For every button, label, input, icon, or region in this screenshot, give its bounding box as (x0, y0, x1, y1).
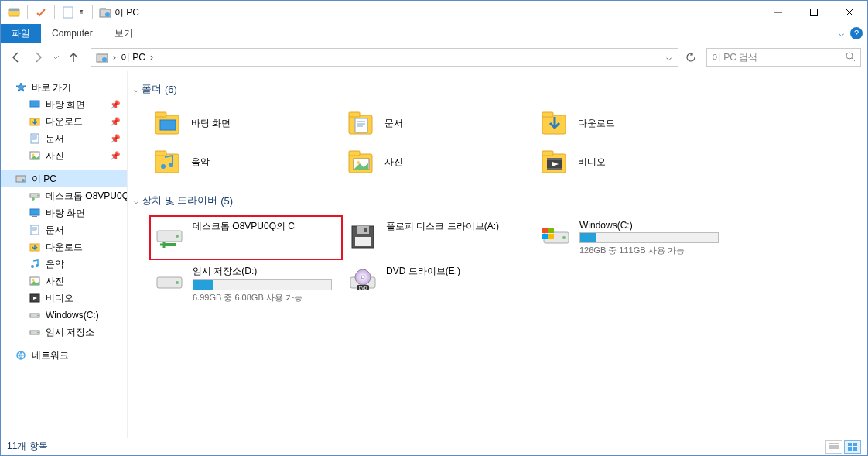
tree-label: 사진 (46, 149, 64, 163)
group-header-drives[interactable]: ⌵ 장치 및 드라이버(5) (134, 190, 861, 211)
pin-icon: 📌 (110, 117, 121, 127)
documents-icon (29, 224, 41, 236)
properties-qat-icon[interactable] (32, 4, 50, 21)
pin-icon: 📌 (110, 134, 121, 144)
qat-dropdown-icon[interactable] (78, 4, 87, 21)
details-view-button[interactable] (825, 440, 842, 454)
svg-point-30 (37, 315, 39, 317)
tree-label: 바로 가기 (32, 81, 71, 94)
tree-quick-access[interactable]: 바로 가기 (1, 79, 127, 96)
search-box[interactable]: 이 PC 검색 (706, 48, 861, 67)
usage-bar (579, 232, 719, 243)
window-title: 이 PC (114, 6, 139, 19)
svg-rect-38 (349, 112, 360, 117)
music-icon (29, 258, 41, 270)
folder-item[interactable]: 음악 (149, 142, 343, 181)
icons-view-button[interactable] (844, 440, 861, 454)
tree-pc-item[interactable]: 데스크톱 O8VPU0Q (1, 187, 127, 204)
recent-dropdown-icon[interactable] (50, 48, 61, 67)
pictures-folder-icon (346, 146, 377, 177)
ribbon-expand-icon[interactable]: ⌵ (839, 28, 844, 39)
breadcrumb-this-pc[interactable]: 이 PC (118, 49, 149, 66)
svg-point-27 (32, 279, 35, 282)
tree-this-pc[interactable]: 이 PC (1, 170, 127, 187)
svg-point-72 (361, 276, 364, 279)
tree-pc-item[interactable]: Windows(C:) (1, 307, 127, 324)
folder-label: 문서 (384, 117, 403, 130)
tree-pc-item[interactable]: 음악 (1, 255, 127, 273)
app-icon[interactable] (5, 4, 22, 21)
group-count: (5) (220, 195, 233, 207)
tree-quick-item[interactable]: 다운로드📌 (1, 113, 127, 130)
group-count: (6) (165, 84, 177, 95)
title-bar: 이 PC (1, 1, 867, 24)
tree-quick-item[interactable]: 사진📌 (1, 147, 127, 164)
view-tab[interactable]: 보기 (104, 24, 144, 43)
dvd-icon: DVD (347, 266, 378, 297)
pin-icon: 📌 (110, 100, 121, 110)
chevron-right-icon[interactable]: › (149, 52, 155, 63)
windows-drive-icon (541, 221, 572, 252)
folder-label: 사진 (384, 156, 403, 169)
blank-qat-icon[interactable] (60, 4, 77, 21)
refresh-button[interactable] (682, 48, 700, 67)
tree-quick-item[interactable]: 문서📌 (1, 130, 127, 147)
window-icon (99, 6, 111, 19)
folder-item[interactable]: 바탕 화면 (149, 104, 343, 142)
group-header-folders[interactable]: ⌵ 폴더(6) (134, 79, 861, 99)
folder-label: 비디오 (578, 156, 606, 169)
tree-pc-item[interactable]: 사진 (1, 273, 127, 290)
tree-pc-item[interactable]: 바탕 화면 (1, 204, 127, 221)
tree-label: 음악 (46, 258, 64, 271)
tree-quick-item[interactable]: 바탕 화면📌 (1, 96, 127, 113)
drive-item[interactable]: 플로피 디스크 드라이브(A:) (343, 215, 536, 260)
folder-item[interactable]: 사진 (343, 142, 536, 181)
address-root-icon[interactable] (93, 49, 111, 66)
up-button[interactable] (64, 48, 83, 67)
search-icon (845, 51, 856, 64)
svg-rect-47 (349, 151, 360, 156)
group-label: 장치 및 드라이버 (142, 194, 217, 207)
svg-point-45 (169, 163, 173, 167)
drive-item[interactable]: Windows(C:)126GB 중 111GB 사용 가능 (536, 215, 730, 260)
drive-item[interactable]: 데스크톱 O8VPU0Q의 C (149, 215, 343, 260)
folder-item[interactable]: 비디오 (536, 142, 730, 181)
tree-pc-item[interactable]: 다운로드 (1, 238, 127, 255)
back-button[interactable] (7, 48, 26, 67)
drive-item[interactable]: 임시 저장소(D:)6.99GB 중 6.08GB 사용 가능 (149, 260, 343, 305)
tree-label: 사진 (46, 275, 64, 288)
address-bar[interactable]: › 이 PC › ⌵ (91, 48, 678, 67)
usage-bar (193, 279, 332, 290)
address-dropdown-icon[interactable]: ⌵ (661, 52, 676, 63)
tree-pc-item[interactable]: 임시 저장소 (1, 324, 127, 341)
tree-label: 다운로드 (46, 115, 83, 129)
computer-tab[interactable]: Computer (41, 24, 104, 43)
svg-rect-67 (548, 234, 554, 239)
forward-button[interactable] (29, 48, 47, 67)
folder-item[interactable]: 문서 (343, 104, 536, 142)
svg-point-56 (176, 235, 179, 238)
downloads-icon (29, 115, 41, 128)
drive-icon (29, 326, 41, 338)
svg-rect-66 (542, 234, 548, 239)
chevron-right-icon[interactable]: › (111, 52, 118, 63)
maximize-button[interactable] (796, 1, 832, 24)
drive-item[interactable]: DVDDVD 드라이브(E:) (343, 260, 536, 305)
folder-item[interactable]: 다운로드 (536, 104, 730, 142)
tree-pc-item[interactable]: 문서 (1, 221, 127, 238)
tree-pc-item[interactable]: 비디오 (1, 290, 127, 307)
svg-point-5 (105, 12, 110, 17)
svg-rect-64 (542, 228, 548, 233)
tree-label: 다운로드 (46, 241, 83, 254)
chevron-down-icon: ⌵ (134, 197, 138, 205)
tree-label: 네트워크 (32, 349, 69, 362)
close-button[interactable] (832, 1, 867, 24)
file-tab[interactable]: 파일 (1, 24, 41, 43)
minimize-button[interactable] (760, 1, 796, 24)
svg-point-8 (102, 57, 107, 62)
help-icon[interactable]: ? (850, 27, 863, 39)
tree-network[interactable]: 네트워크 (1, 347, 127, 364)
status-text: 11개 항목 (7, 440, 48, 453)
star-icon (15, 81, 27, 94)
svg-point-17 (22, 179, 25, 182)
